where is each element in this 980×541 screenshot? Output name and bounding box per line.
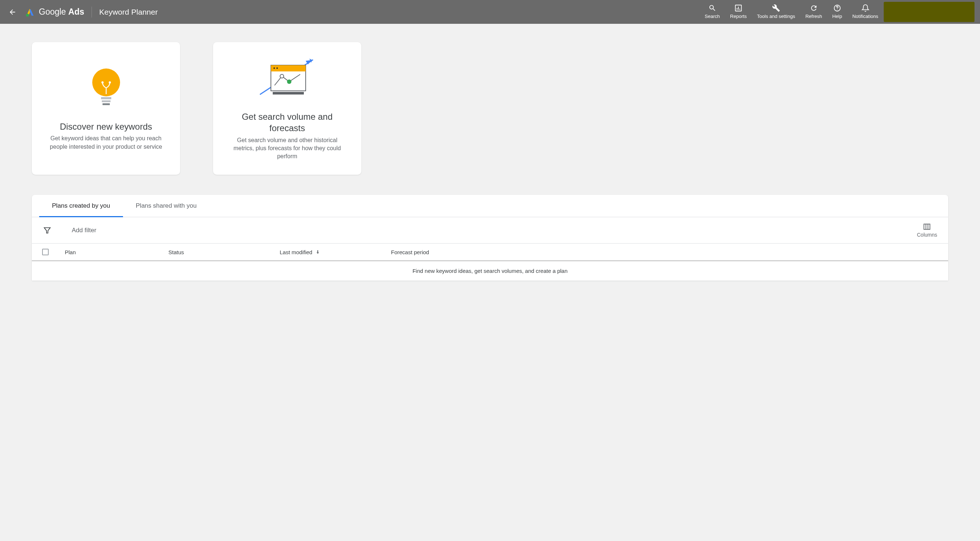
filter-bar: Add filter Columns <box>32 217 948 244</box>
svg-rect-16 <box>271 65 305 72</box>
svg-point-6 <box>837 10 837 10</box>
plans-panel: Plans created by you Plans shared with y… <box>32 195 948 281</box>
svg-rect-23 <box>924 224 930 230</box>
discover-title: Discover new keywords <box>60 121 152 132</box>
refresh-label: Refresh <box>805 14 822 20</box>
back-button[interactable] <box>5 8 19 16</box>
tab-plans-shared[interactable]: Plans shared with you <box>123 195 209 217</box>
svg-point-0 <box>26 14 29 16</box>
reports-label: Reports <box>730 14 747 20</box>
th-forecast-period[interactable]: Forecast period <box>391 249 948 255</box>
refresh-icon <box>810 4 818 12</box>
svg-point-9 <box>109 81 111 83</box>
notifications-label: Notifications <box>852 14 878 20</box>
discover-keywords-card[interactable]: Discover new keywords Get keyword ideas … <box>32 42 180 175</box>
account-badge[interactable] <box>884 2 975 22</box>
help-label: Help <box>832 14 842 20</box>
svg-point-19 <box>280 74 284 78</box>
filter-icon <box>43 227 51 235</box>
add-filter-button[interactable]: Add filter <box>72 227 96 234</box>
notifications-action[interactable]: Notifications <box>852 4 878 20</box>
svg-rect-13 <box>102 103 110 105</box>
header-divider <box>92 6 92 18</box>
plans-tabs: Plans created by you Plans shared with y… <box>32 195 948 217</box>
forecast-title: Get search volume and forecasts <box>228 111 347 134</box>
brand-text: Google Ads <box>39 7 84 17</box>
tools-settings-action[interactable]: Tools and settings <box>757 4 795 20</box>
svg-point-17 <box>274 67 275 69</box>
svg-marker-22 <box>44 227 51 233</box>
brand-logo-section: Google Ads <box>25 7 84 17</box>
filter-button[interactable] <box>43 226 52 235</box>
search-volume-card[interactable]: Get search volume and forecasts Get sear… <box>213 42 361 175</box>
forecast-desc: Get search volume and other historical m… <box>228 136 347 161</box>
columns-label: Columns <box>917 232 937 238</box>
search-icon <box>708 4 716 12</box>
chart-illustration <box>258 56 317 100</box>
svg-rect-11 <box>101 97 111 99</box>
tab-plans-created[interactable]: Plans created by you <box>39 195 123 217</box>
reports-icon <box>734 4 742 12</box>
wrench-icon <box>772 4 780 12</box>
select-all-checkbox[interactable] <box>42 249 49 255</box>
svg-rect-21 <box>273 92 304 94</box>
arrow-left-icon <box>8 8 16 16</box>
svg-point-8 <box>102 81 103 83</box>
brand-google: Google <box>39 7 66 16</box>
search-action[interactable]: Search <box>705 4 720 20</box>
columns-button[interactable]: Columns <box>917 223 937 238</box>
bell-icon <box>861 4 869 12</box>
app-header: Google Ads Keyword Planner Search Report… <box>0 0 980 24</box>
brand-ads: Ads <box>68 7 84 16</box>
header-actions: Search Reports Tools and settings Refres… <box>705 4 878 20</box>
main-content: Discover new keywords Get keyword ideas … <box>0 24 980 299</box>
refresh-action[interactable]: Refresh <box>805 4 822 20</box>
page-title: Keyword Planner <box>99 8 158 16</box>
columns-icon <box>923 223 931 231</box>
th-modified-label: Last modified <box>280 249 312 255</box>
tools-label: Tools and settings <box>757 14 795 20</box>
discover-desc: Get keyword ideas that can help you reac… <box>46 134 165 151</box>
empty-state-text: Find new keyword ideas, get search volum… <box>32 261 948 281</box>
svg-point-18 <box>277 67 278 69</box>
lightbulb-illustration <box>92 66 121 110</box>
action-cards-row: Discover new keywords Get keyword ideas … <box>32 42 948 175</box>
th-plan[interactable]: Plan <box>65 249 169 255</box>
th-status[interactable]: Status <box>169 249 280 255</box>
reports-action[interactable]: Reports <box>730 4 747 20</box>
sort-descending-icon <box>315 249 320 255</box>
help-action[interactable]: Help <box>832 4 842 20</box>
svg-point-20 <box>287 80 291 84</box>
help-icon <box>833 4 841 12</box>
th-last-modified[interactable]: Last modified <box>280 249 391 255</box>
svg-rect-12 <box>102 101 111 102</box>
google-ads-logo-icon <box>25 7 35 17</box>
search-label: Search <box>705 14 720 20</box>
plans-table-header: Plan Status Last modified Forecast perio… <box>32 244 948 261</box>
